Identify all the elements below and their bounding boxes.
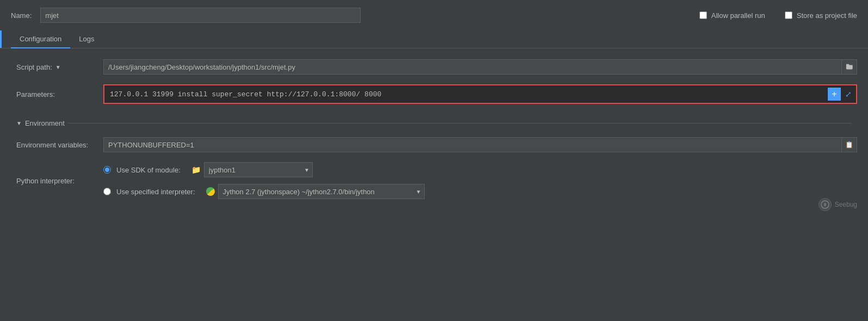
env-vars-input-group: 📋 (103, 137, 857, 152)
use-specified-option: Use specified interpreter: Jython 2.7 (j… (103, 184, 425, 199)
use-sdk-option: Use SDK of module: 📁 jypthon1 ▼ (103, 162, 425, 177)
seebug-label: Seebug (835, 201, 857, 208)
environment-label: Environment (25, 119, 65, 127)
module-select-wrapper: 📁 jypthon1 ▼ (191, 162, 313, 177)
env-vars-edit-button[interactable]: 📋 (842, 137, 857, 152)
seebug-logo-icon (819, 198, 832, 211)
parameters-input[interactable] (106, 85, 828, 103)
script-path-input[interactable] (103, 59, 842, 75)
name-input[interactable] (40, 8, 361, 23)
script-path-arrow-icon: ▼ (55, 64, 61, 70)
store-as-project-group: Store as project file (785, 11, 857, 20)
script-path-folder-button[interactable] (842, 59, 857, 75)
env-vars-label: Environment variables: (16, 141, 103, 149)
copy-icon: 📋 (845, 141, 853, 149)
interpreter-select-wrapper-inner: Jython 2.7 (jythonspace) ~/jython2.7.0/b… (218, 184, 425, 199)
parameters-add-button[interactable]: + (828, 88, 841, 101)
seebug-watermark: Seebug (819, 198, 857, 211)
module-folder-icon: 📁 (191, 165, 201, 174)
python-interpreter-row: Python interpreter: Use SDK of module: 📁… (11, 162, 857, 199)
script-path-input-group (103, 59, 857, 75)
content-area: Script path: ▼ Parameters: + ⤢ ▼ Env (0, 48, 868, 218)
interpreter-select[interactable]: Jython 2.7 (jythonspace) ~/jython2.7.0/b… (218, 184, 425, 199)
parameters-input-wrapper: + ⤢ (103, 84, 857, 104)
script-path-label-group: Script path: ▼ (16, 63, 103, 71)
module-select-wrapper-inner: jypthon1 ▼ (204, 162, 313, 177)
folder-icon (846, 63, 853, 71)
use-specified-label: Use specified interpreter: (116, 188, 195, 196)
script-path-row: Script path: ▼ (11, 59, 857, 75)
module-select[interactable]: jypthon1 (204, 162, 313, 177)
script-path-label: Script path: (16, 63, 52, 71)
store-as-project-label: Store as project file (797, 11, 857, 20)
allow-parallel-checkbox[interactable] (699, 11, 707, 19)
interpreter-select-wrapper: Jython 2.7 (jythonspace) ~/jython2.7.0/b… (206, 184, 425, 199)
jython-icon (206, 187, 215, 196)
allow-parallel-label: Allow parallel run (711, 11, 765, 20)
parameters-expand-button[interactable]: ⤢ (842, 88, 855, 101)
top-bar: Name: Allow parallel run Store as projec… (0, 0, 868, 30)
env-vars-row: Environment variables: 📋 (11, 137, 857, 152)
environment-arrow-icon: ▼ (16, 120, 22, 126)
tab-logs[interactable]: Logs (70, 30, 103, 48)
tabs-bar: Configuration Logs (0, 30, 868, 48)
allow-parallel-group: Allow parallel run (699, 11, 765, 20)
use-sdk-label: Use SDK of module: (116, 166, 181, 174)
store-as-project-checkbox[interactable] (785, 11, 792, 19)
name-label: Name: (11, 11, 32, 20)
tabs-container: Configuration Logs (0, 30, 868, 48)
use-sdk-radio[interactable] (103, 166, 111, 174)
env-vars-input[interactable] (103, 137, 842, 152)
parameters-row: Parameters: + ⤢ (11, 84, 857, 104)
python-interpreter-label: Python interpreter: (16, 177, 103, 185)
python-interpreter-section: Python interpreter: Use SDK of module: 📁… (11, 162, 857, 199)
interpreter-radio-group: Use SDK of module: 📁 jypthon1 ▼ (103, 162, 425, 199)
seebug-svg-icon (821, 200, 829, 209)
section-divider (68, 123, 852, 124)
use-specified-radio[interactable] (103, 188, 111, 195)
parameters-label: Parameters: (16, 90, 103, 98)
expand-icon: ⤢ (845, 90, 852, 98)
environment-section-header: ▼ Environment (11, 114, 857, 133)
tab-configuration[interactable]: Configuration (11, 30, 70, 48)
